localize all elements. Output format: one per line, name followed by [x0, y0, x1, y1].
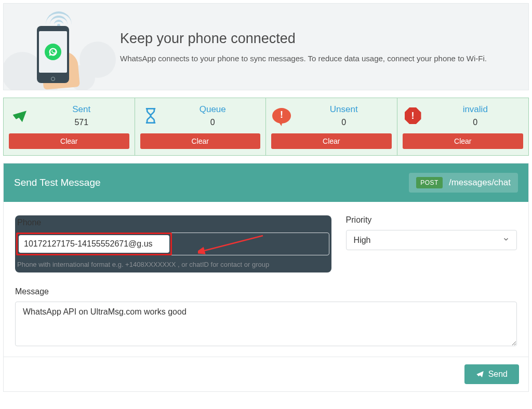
message-label: Message: [15, 287, 517, 296]
stat-value: 571: [34, 118, 129, 127]
phone-field-group: Phone Phone with international form: [15, 215, 331, 272]
send-button[interactable]: Send: [464, 364, 519, 384]
panel-header: Send Test Message POST /messages/chat: [4, 163, 528, 202]
stat-title: Queue: [165, 104, 261, 115]
whatsapp-icon: [45, 44, 61, 60]
banner-illustration: [12, 10, 105, 83]
stat-title: Unsent: [296, 104, 392, 115]
endpoint-path: /messages/chat: [449, 178, 511, 188]
stat-card-invalid: ! invalid 0 Clear: [397, 98, 529, 155]
message-field-group: Message WhatsApp API on UltraMsg.com wor…: [15, 287, 517, 346]
banner-subtitle: WhatsApp connects to your phone to sync …: [120, 54, 487, 63]
stat-card-unsent: ! Unsent 0 Clear: [266, 98, 397, 155]
message-textarea[interactable]: WhatsApp API on UltraMsg.com works good: [15, 302, 517, 346]
stats-row: Sent 571 Clear Queue 0 Clear ! Unsent 0: [3, 98, 529, 156]
clear-button[interactable]: Clear: [140, 133, 261, 149]
phone-label: Phone: [17, 218, 41, 227]
phone-hint: Phone with international format e.g. +14…: [17, 261, 269, 268]
warning-bubble-icon: !: [271, 105, 292, 126]
panel-footer: Send: [4, 357, 528, 391]
hourglass-icon: [140, 105, 161, 126]
clear-button[interactable]: Clear: [271, 133, 392, 149]
stat-title: Sent: [34, 104, 129, 115]
connection-banner: Keep your phone connected WhatsApp conne…: [3, 3, 529, 90]
priority-field-group: Priority High: [346, 215, 517, 272]
stat-value: 0: [296, 118, 392, 127]
http-method-tag: POST: [416, 177, 443, 188]
send-test-panel: Send Test Message POST /messages/chat Ph…: [3, 163, 529, 392]
priority-label: Priority: [346, 215, 517, 225]
stat-value: 0: [165, 118, 261, 127]
stat-card-sent: Sent 571 Clear: [4, 98, 135, 155]
stop-warning-icon: !: [403, 105, 423, 126]
panel-title: Send Test Message: [14, 177, 101, 188]
banner-title: Keep your phone connected: [120, 31, 487, 47]
paper-plane-icon: [9, 105, 30, 126]
priority-select[interactable]: High: [346, 230, 517, 250]
stat-card-queue: Queue 0 Clear: [135, 98, 267, 155]
phone-in-hand-icon: [37, 26, 69, 83]
stat-title: invalid: [428, 104, 524, 115]
endpoint-box: POST /messages/chat: [409, 173, 518, 193]
clear-button[interactable]: Clear: [9, 133, 129, 149]
phone-highlight-annotation: [16, 233, 172, 255]
clear-button[interactable]: Clear: [403, 133, 524, 149]
send-button-label: Send: [488, 370, 508, 379]
stat-value: 0: [428, 118, 524, 127]
phone-input[interactable]: [19, 235, 169, 253]
paper-plane-icon: [476, 370, 484, 378]
